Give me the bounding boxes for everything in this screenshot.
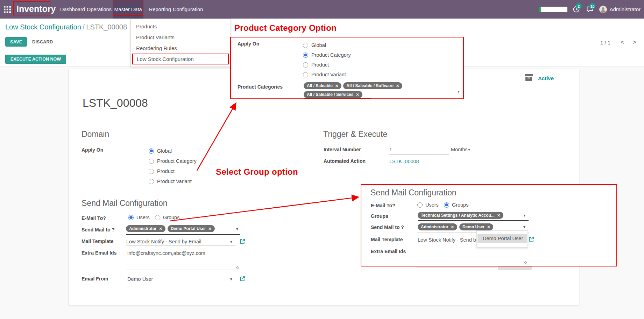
product-categories-tags: All / Saleable✕ All / Saleable / Softwar… (304, 82, 461, 98)
nav-item-dashboard[interactable]: Dashboard (59, 0, 86, 19)
chevron-down-icon[interactable]: ▾ (468, 147, 470, 152)
remove-tag-icon[interactable]: ✕ (208, 227, 212, 231)
email-from-input[interactable]: Demo User (127, 276, 153, 282)
breadcrumb-separator: / (83, 23, 85, 31)
chevron-down-icon[interactable]: ▾ (458, 89, 460, 94)
automated-action-link[interactable]: LSTK_00008 (389, 159, 419, 164)
tag-all-saleable-software[interactable]: All / Saleable / Software✕ (343, 82, 402, 89)
chevron-down-icon[interactable]: ▾ (230, 277, 232, 282)
textarea-resize-handle[interactable] (236, 266, 239, 269)
radio-global[interactable]: Global (303, 42, 326, 48)
trigger-heading: Trigger & Execute (323, 130, 387, 139)
remove-tag-icon[interactable]: ✕ (396, 84, 399, 88)
menu-item-low-stock-configuration[interactable]: Low Stock Configuration (132, 54, 229, 64)
radio-product-variant[interactable]: Product Variant (149, 179, 192, 184)
remove-tag-icon[interactable]: ✕ (159, 227, 162, 231)
interval-unit-select[interactable]: Months (451, 147, 468, 152)
execute-action-now-button[interactable]: EXECUTE ACTION NOW (5, 55, 66, 64)
save-button[interactable]: SAVE (5, 37, 27, 47)
radio-product[interactable]: Product (303, 62, 329, 68)
radio-groups[interactable] (444, 202, 449, 208)
textarea-resize-handle[interactable] (524, 261, 527, 264)
breadcrumb-parent[interactable]: Low Stock Configuration (5, 23, 81, 31)
radio-product-variant[interactable]: Product Variant (303, 72, 346, 77)
mail-template-input[interactable]: Low Stock Notify - Send by Email (126, 239, 201, 244)
radio-icon[interactable] (149, 148, 154, 154)
pager-next-icon[interactable]: > (633, 39, 636, 46)
field-underline (416, 268, 497, 268)
remove-tag-icon[interactable]: ✕ (487, 225, 490, 229)
product-categories-label: Product Categories (238, 84, 283, 90)
remove-tag-icon[interactable]: ✕ (451, 225, 454, 229)
field-underline (126, 270, 240, 270)
tag-demo-portal-user[interactable]: Demo Portal User✕ (168, 225, 215, 232)
annotation-title-group: Select Group option (216, 167, 298, 177)
chevron-down-icon[interactable]: ▾ (230, 239, 232, 244)
radio-product[interactable]: Product (149, 168, 175, 174)
menu-item-product-variants[interactable]: Product Variants (131, 32, 231, 43)
tag-technical-settings[interactable]: Technical Settings / Analytic Accou...✕ (418, 212, 503, 219)
mail-template-input[interactable]: Low Stock Notify - Send by Emai (418, 237, 476, 243)
top-navbar: Inventory Dashboard Operations Master Da… (0, 0, 644, 19)
groups-label: Groups (371, 213, 388, 219)
radio-product-category[interactable]: Product Category (149, 158, 197, 164)
radio-icon[interactable] (149, 179, 154, 184)
tag-all-saleable[interactable]: All / Saleable✕ (304, 82, 341, 89)
record-title: LSTK_00008 (83, 97, 148, 110)
field-underline (304, 98, 371, 98)
nav-item-configuration[interactable]: Configuration (172, 0, 204, 19)
send-mail-to-label: Send Mail to ? (371, 224, 404, 230)
radio-icon[interactable] (303, 62, 308, 68)
nav-item-reporting[interactable]: Reporting (148, 0, 172, 19)
menu-item-products[interactable]: Products (131, 21, 231, 32)
app-name[interactable]: Inventory (16, 4, 56, 14)
external-link-icon[interactable] (529, 237, 534, 243)
progress-bar[interactable] (539, 7, 567, 12)
send-mail-heading: Send Mail Configuration (370, 188, 456, 197)
user-menu[interactable]: Administrator (599, 6, 641, 13)
groups-tags: Technical Settings / Analytic Accou...✕ (418, 212, 503, 219)
radio-icon[interactable] (303, 72, 308, 77)
remove-tag-icon[interactable]: ✕ (356, 93, 359, 97)
tag-administrator[interactable]: Administrator✕ (418, 223, 457, 230)
archive-box-icon (524, 74, 533, 83)
pager-previous-icon[interactable]: < (621, 39, 624, 46)
radio-users[interactable] (128, 215, 134, 220)
apply-on-label: Apply On (238, 41, 259, 47)
nav-item-master-data[interactable]: Master Data (113, 0, 143, 19)
activity-clock-icon[interactable]: 2 (572, 0, 581, 19)
external-link-icon[interactable] (240, 276, 245, 283)
nav-item-operations[interactable]: Operations (86, 0, 112, 19)
messages-icon[interactable]: 10 (586, 0, 595, 19)
chevron-down-icon[interactable]: ▾ (523, 213, 525, 218)
avatar (599, 6, 607, 13)
apps-grid-icon[interactable] (3, 0, 12, 19)
radio-icon[interactable] (303, 53, 308, 58)
tag-all-saleable-services[interactable]: All / Saleable / Services✕ (304, 91, 362, 98)
radio-groups[interactable] (155, 215, 160, 220)
external-link-icon[interactable] (240, 239, 245, 245)
active-label: Active (538, 75, 554, 81)
interval-number-input[interactable]: 1 (389, 147, 392, 152)
menu-item-reordering-rules[interactable]: Reordering Rules (131, 43, 231, 54)
tag-administrator[interactable]: Administrator✕ (126, 225, 165, 232)
extra-email-ids-textarea[interactable]: info@craftsync.com,abc@xyz.com (127, 250, 205, 256)
radio-product-category[interactable]: Product Category (303, 52, 351, 58)
pager-counter: 1 / 1 (600, 40, 610, 46)
radio-users[interactable] (417, 202, 423, 208)
chevron-down-icon[interactable]: ▾ (236, 227, 238, 231)
radio-global[interactable]: Global (149, 148, 172, 154)
radio-icon[interactable] (149, 159, 154, 164)
tag-demo-user[interactable]: Demo User✕ (459, 223, 494, 230)
active-toggle-button[interactable]: Active (515, 69, 579, 87)
remove-tag-icon[interactable]: ✕ (497, 214, 500, 217)
radio-icon[interactable] (303, 43, 308, 48)
dropdown-option-demo-portal-user[interactable]: Demo Portal User (477, 234, 527, 243)
field-underline (126, 284, 235, 284)
remove-tag-icon[interactable]: ✕ (335, 84, 338, 88)
apply-on-label: Apply On (82, 147, 103, 153)
radio-icon[interactable] (149, 169, 154, 174)
text-cursor (476, 223, 476, 230)
discard-button[interactable]: DISCARD (29, 37, 56, 47)
chevron-down-icon[interactable]: ▾ (523, 224, 525, 229)
